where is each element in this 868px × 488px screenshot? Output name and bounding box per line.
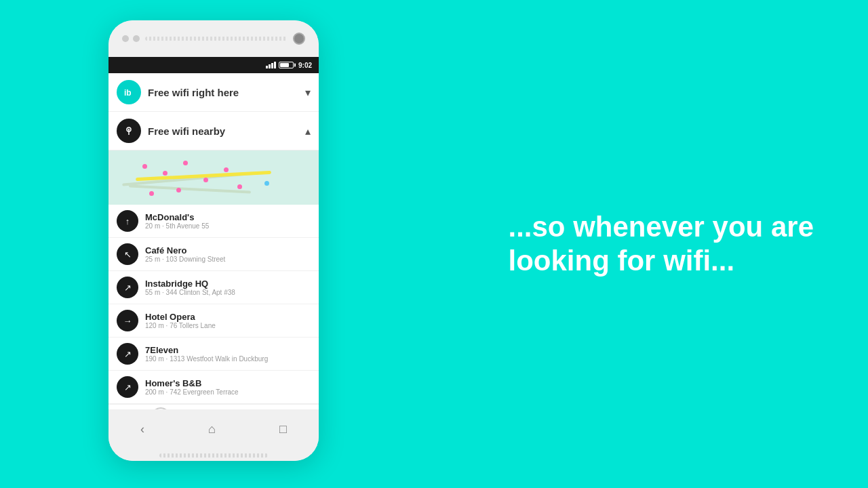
app-content: ib Free wifi right here ▾ xyxy=(108,73,319,409)
phone: 9:02 ib Free wifi right here ▾ xyxy=(108,20,319,461)
wifi-item-cafenero[interactable]: ↖ Café Nero 25 m · 103 Downing Street xyxy=(108,238,319,271)
wifi-item-icon-hotelopera: → xyxy=(117,310,138,331)
arrow-right-icon: → xyxy=(123,316,132,326)
phone-dot-1 xyxy=(122,35,129,42)
battery-icon xyxy=(279,62,294,68)
wifi-list: ↑ McDonald's 20 m · 5th Avenue 55 ↖ Café… xyxy=(108,205,319,404)
wifi-item-7eleven[interactable]: ↗ 7Eleven 190 m · 1313 Westfoot Walk in … xyxy=(108,338,319,371)
status-time: 9:02 xyxy=(298,62,312,69)
map-hotspot-8 xyxy=(176,188,181,192)
wifi-item-name-cafenero: Café Nero xyxy=(145,245,311,256)
wifi-item-icon-instabridge: ↗ xyxy=(117,277,138,298)
map-hotspot-6 xyxy=(237,184,242,189)
svg-point-2 xyxy=(128,129,130,130)
map-hotspot-2 xyxy=(163,171,167,176)
arrow-upright-icon-3: ↗ xyxy=(124,382,132,392)
chevron-down-icon: ▾ xyxy=(305,86,311,99)
phone-bottom-grill xyxy=(108,449,319,461)
signal-bar-1 xyxy=(266,66,268,68)
section-icon-nearby xyxy=(117,119,141,143)
status-bar: 9:02 xyxy=(108,57,319,73)
wifi-item-hotelopera[interactable]: → Hotel Opera 120 m · 76 Tollers Lane xyxy=(108,304,319,338)
wifi-item-name-7eleven: 7Eleven xyxy=(145,345,311,355)
wifi-item-name-hotelopera: Hotel Opera xyxy=(145,312,311,322)
section-free-right-here[interactable]: ib Free wifi right here ▾ xyxy=(108,73,319,112)
phone-top-bar xyxy=(108,20,319,57)
instabridge-logo-icon: ib xyxy=(122,85,136,99)
tagline-line2: looking for wifi... xyxy=(508,244,814,278)
tagline-text: ...so whenever you are looking for wifi.… xyxy=(508,210,814,279)
wifi-item-info-homersbnb: Homer's B&B 200 m · 742 Evergreen Terrac… xyxy=(145,378,311,396)
arrow-upleft-icon: ↖ xyxy=(124,249,132,260)
back-nav-icon[interactable]: ‹ xyxy=(140,422,144,436)
wifi-item-detail-cafenero: 25 m · 103 Downing Street xyxy=(145,256,311,263)
phone-dots xyxy=(122,35,140,42)
section-title-right-here: Free wifi right here xyxy=(148,87,305,98)
wifi-item-detail-7eleven: 190 m · 1313 Westfoot Walk in Duckburg xyxy=(145,355,311,363)
wifi-item-icon-homersbnb: ↗ xyxy=(117,376,138,398)
map-hotspot-1 xyxy=(142,164,147,169)
arrow-upright-icon-1: ↗ xyxy=(124,283,132,293)
arrow-upright-icon-2: ↗ xyxy=(124,349,132,359)
map-area xyxy=(108,150,319,205)
map-background xyxy=(108,150,319,205)
tagline-line1: ...so whenever you are xyxy=(508,210,814,244)
phone-dot-2 xyxy=(133,35,140,42)
wifi-item-icon-mcdonalds: ↑ xyxy=(117,210,138,232)
wifi-item-info-7eleven: 7Eleven 190 m · 1313 Westfoot Walk in Du… xyxy=(145,345,311,363)
wifi-item-icon-7eleven: ↗ xyxy=(117,343,138,365)
map-hotspot-3 xyxy=(183,161,188,165)
wifi-item-name-mcdonalds: McDonald's xyxy=(145,212,311,222)
grill-decoration xyxy=(159,453,268,458)
signal-bar-3 xyxy=(271,63,273,68)
speaker-grill xyxy=(145,37,288,41)
section-title-nearby: Free wifi nearby xyxy=(148,125,305,137)
profile-button[interactable] xyxy=(151,407,170,410)
wifi-item-mcdonalds[interactable]: ↑ McDonald's 20 m · 5th Avenue 55 xyxy=(108,205,319,238)
wifi-item-detail-hotelopera: 120 m · 76 Tollers Lane xyxy=(145,322,311,329)
section-icon-right-here: ib xyxy=(117,80,141,104)
signal-icon xyxy=(266,62,276,68)
wifi-item-name-instabridge: Instabridge HQ xyxy=(145,279,311,289)
wifi-item-info-mcdonalds: McDonald's 20 m · 5th Avenue 55 xyxy=(145,212,311,230)
map-road-2 xyxy=(129,184,251,193)
wifi-item-info-cafenero: Café Nero 25 m · 103 Downing Street xyxy=(145,245,311,263)
battery-fill xyxy=(280,63,289,67)
location-pin-icon xyxy=(122,124,136,138)
map-hotspot-7 xyxy=(149,191,154,196)
section-free-nearby[interactable]: Free wifi nearby ▴ xyxy=(108,112,319,150)
phone-nav-bar: ‹ ⌂ □ xyxy=(108,409,319,449)
front-camera xyxy=(293,33,305,45)
wifi-item-info-hotelopera: Hotel Opera 120 m · 76 Tollers Lane xyxy=(145,312,311,329)
wifi-item-name-homersbnb: Homer's B&B xyxy=(145,378,311,388)
wifi-item-detail-instabridge: 55 m · 344 Clinton St, Apt #38 xyxy=(145,289,311,296)
svg-text:ib: ib xyxy=(124,88,132,98)
signal-bar-4 xyxy=(274,62,276,68)
phone-screen: 9:02 ib Free wifi right here ▾ xyxy=(108,57,319,409)
wifi-item-instabridge[interactable]: ↗ Instabridge HQ 55 m · 344 Clinton St, … xyxy=(108,271,319,304)
wifi-item-homersbnb[interactable]: ↗ Homer's B&B 200 m · 742 Evergreen Terr… xyxy=(108,371,319,404)
recents-nav-icon[interactable]: □ xyxy=(279,422,287,436)
wifi-item-icon-cafenero: ↖ xyxy=(117,243,138,265)
map-hotspot-user xyxy=(264,181,269,186)
map-hotspot-5 xyxy=(224,167,229,172)
map-hotspot-4 xyxy=(203,178,208,182)
wifi-item-detail-homersbnb: 200 m · 742 Evergreen Terrace xyxy=(145,388,311,396)
wifi-item-detail-mcdonalds: 20 m · 5th Avenue 55 xyxy=(145,222,311,230)
arrow-up-icon: ↑ xyxy=(125,216,130,226)
signal-bar-2 xyxy=(269,64,271,68)
chevron-up-icon: ▴ xyxy=(305,125,311,138)
home-nav-icon[interactable]: ⌂ xyxy=(208,422,216,436)
phone-body: 9:02 ib Free wifi right here ▾ xyxy=(108,20,319,461)
wifi-item-info-instabridge: Instabridge HQ 55 m · 344 Clinton St, Ap… xyxy=(145,279,311,296)
app-bottom-bar xyxy=(108,404,319,409)
